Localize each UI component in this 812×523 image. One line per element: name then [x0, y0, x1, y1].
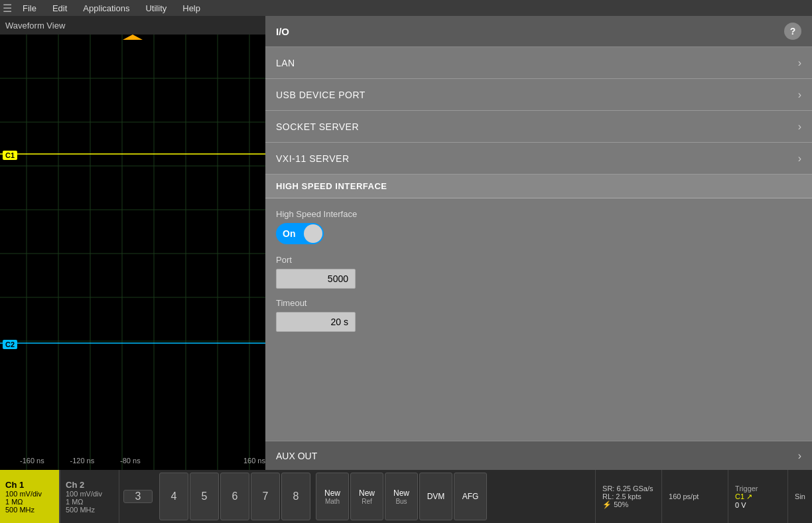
- ch2-div: 100 mV/div: [66, 490, 113, 498]
- io-title: I/O: [276, 26, 289, 37]
- menu-help[interactable]: Help: [177, 2, 206, 15]
- bottom-bar: Ch 1 100 mV/div 1 MΩ 500 MHz Ch 2 100 mV…: [0, 470, 812, 523]
- toggle-knob: [304, 224, 322, 243]
- usb-label: USB DEVICE PORT: [276, 90, 366, 100]
- trigger-label: Trigger: [735, 485, 781, 492]
- sample-icon-label: ⚡ 50%: [602, 500, 655, 509]
- ch1-div: 100 mV/div: [5, 490, 54, 498]
- ch2-info[interactable]: Ch 2 100 mV/div 1 MΩ 500 MHz: [60, 470, 119, 523]
- aux-out-label: AUX OUT: [276, 451, 317, 461]
- vxi-server-row[interactable]: VXI-11 SERVER ›: [265, 143, 812, 175]
- trigger-ch: C1 ↗: [735, 492, 781, 501]
- timeout-label: Timeout: [276, 298, 801, 308]
- sample-rate-block: 160 ps/pt: [661, 470, 728, 523]
- new-ref-main: New: [359, 488, 375, 498]
- lan-row[interactable]: LAN ›: [265, 47, 812, 79]
- num-btn-7[interactable]: 7: [251, 473, 280, 520]
- port-field-group: Port: [276, 255, 801, 289]
- menu-bar: ☰ File Edit Applications Utility Help: [0, 0, 812, 16]
- trigger-block: Trigger C1 ↗ 0 V: [728, 470, 787, 523]
- ch2-label: C2: [3, 340, 17, 349]
- num-btn-4[interactable]: 4: [159, 473, 188, 520]
- new-bus-main: New: [393, 488, 409, 498]
- num-btn-6[interactable]: 6: [220, 473, 249, 520]
- high-speed-toggle[interactable]: On: [276, 223, 324, 244]
- timeout-field-group: Timeout: [276, 298, 801, 332]
- main-layout: Waveform View: [0, 16, 812, 470]
- new-ref-button[interactable]: New Ref: [350, 473, 383, 520]
- io-panel: I/O ? LAN › USB DEVICE PORT › SOCKET SER…: [265, 16, 812, 470]
- new-math-main: New: [324, 488, 340, 498]
- socket-server-label: SOCKET SERVER: [276, 121, 359, 132]
- high-speed-section-body: High Speed Interface On Port Timeout: [265, 198, 812, 441]
- aux-out-chevron-icon: ›: [798, 450, 801, 462]
- app-icon: ☰: [3, 2, 12, 15]
- scroll-section: 3: [119, 470, 157, 523]
- record-length-label: RL: 2.5 kpts: [602, 492, 655, 500]
- help-button[interactable]: ?: [784, 23, 801, 40]
- vxi-server-label: VXI-11 SERVER: [276, 153, 350, 164]
- usb-row[interactable]: USB DEVICE PORT ›: [265, 79, 812, 111]
- ch2-impedance: 1 MΩ: [66, 498, 113, 506]
- num-btn-5[interactable]: 5: [190, 473, 219, 520]
- trigger-value: 0 V: [735, 501, 781, 509]
- afg-button[interactable]: AFG: [454, 473, 487, 520]
- socket-server-chevron-icon: ›: [798, 121, 801, 133]
- waveform-grid: [0, 35, 265, 470]
- socket-server-row[interactable]: SOCKET SERVER ›: [265, 111, 812, 143]
- menu-utility[interactable]: Utility: [140, 2, 172, 15]
- usb-chevron-icon: ›: [798, 89, 801, 101]
- sample-rate-value: 160 ps/pt: [669, 492, 721, 500]
- lan-chevron-icon: ›: [798, 57, 801, 69]
- port-input[interactable]: [276, 269, 356, 289]
- new-math-button[interactable]: New Math: [316, 473, 349, 520]
- scroll-button[interactable]: 3: [123, 490, 153, 503]
- right-block: Sin: [787, 470, 812, 523]
- new-bus-button[interactable]: New Bus: [385, 473, 418, 520]
- vxi-server-chevron-icon: ›: [798, 153, 801, 165]
- ch1-info[interactable]: Ch 1 100 mV/div 1 MΩ 500 MHz: [0, 470, 60, 523]
- timeout-input[interactable]: [276, 312, 356, 332]
- dvm-label: DVM: [427, 492, 445, 501]
- port-label: Port: [276, 255, 801, 265]
- new-math-sub: Math: [325, 498, 340, 505]
- aux-out-row[interactable]: AUX OUT ›: [265, 441, 812, 470]
- ch1-bandwidth: 500 MHz: [5, 506, 54, 514]
- io-header: I/O ?: [265, 16, 812, 47]
- ch1-label: C1: [3, 151, 17, 160]
- waveform-title: Waveform View: [0, 16, 265, 35]
- number-buttons: 4 5 6 7 8: [157, 470, 313, 523]
- num-btn-8[interactable]: 8: [281, 473, 310, 520]
- extra-label: Sin: [795, 492, 805, 500]
- waveform-canvas: C1 C2 -160 ns -120 ns -80 ns 160 ns: [0, 35, 265, 470]
- stats-block: SR: 6.25 GSa/s RL: 2.5 kpts ⚡ 50%: [595, 470, 661, 523]
- afg-label: AFG: [462, 492, 479, 501]
- menu-edit[interactable]: Edit: [47, 2, 72, 15]
- ch2-bandwidth: 500 MHz: [66, 506, 113, 514]
- sample-rate-label: SR: 6.25 GSa/s: [602, 485, 655, 492]
- dvm-button[interactable]: DVM: [419, 473, 452, 520]
- menu-file[interactable]: File: [17, 2, 42, 15]
- menu-applications[interactable]: Applications: [78, 2, 135, 15]
- waveform-area: Waveform View: [0, 16, 265, 470]
- new-bus-sub: Bus: [395, 498, 407, 505]
- ch1-impedance: 1 MΩ: [5, 498, 54, 506]
- time-axis: -160 ns -120 ns -80 ns 160 ns: [20, 457, 265, 465]
- ch2-name: Ch 2: [66, 480, 113, 490]
- ch1-name: Ch 1: [5, 480, 54, 490]
- func-buttons: New Math New Ref New Bus DVM AFG: [313, 470, 595, 523]
- svg-marker-17: [123, 35, 143, 40]
- high-speed-field-label: High Speed Interface: [276, 209, 801, 219]
- toggle-container: On: [276, 223, 801, 244]
- high-speed-section-header: HIGH SPEED INTERFACE: [265, 175, 812, 198]
- new-ref-sub: Ref: [362, 498, 372, 505]
- lan-label: LAN: [276, 58, 295, 68]
